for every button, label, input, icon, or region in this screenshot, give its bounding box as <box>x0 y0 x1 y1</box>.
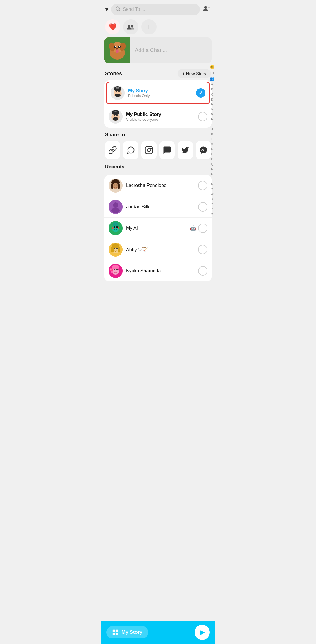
my-public-story-item[interactable]: zzz My Public Story Visible to everyone <box>104 105 212 128</box>
add-chat-row[interactable]: Add a Chat ... <box>104 37 212 63</box>
alpha-hash[interactable]: # <box>210 212 214 217</box>
svg-point-56 <box>118 227 119 229</box>
search-icon <box>115 6 121 13</box>
share-messages-button[interactable] <box>159 141 175 159</box>
alpha-T[interactable]: T <box>210 176 214 181</box>
alpha-D[interactable]: D <box>210 97 214 102</box>
share-twitter-button[interactable] <box>178 141 193 159</box>
new-group-button[interactable]: + <box>141 19 157 34</box>
alpha-K[interactable]: K <box>210 132 214 137</box>
friends-button[interactable] <box>123 19 138 34</box>
alpha-V[interactable]: V <box>210 186 214 191</box>
my-public-story-checkbox[interactable] <box>198 112 207 121</box>
svg-point-42 <box>114 184 115 186</box>
svg-rect-45 <box>118 184 120 189</box>
my-public-story-avatar: zzz <box>109 110 123 124</box>
alpha-S[interactable]: S <box>210 172 214 176</box>
svg-point-2 <box>204 6 207 9</box>
abby-avatar <box>109 243 123 257</box>
alpha-I[interactable]: I <box>210 122 214 127</box>
friends-icon: 👥 <box>210 76 214 82</box>
add-chat-placeholder[interactable]: Add a Chat ... <box>130 47 167 53</box>
alpha-X[interactable]: X <box>210 197 214 202</box>
my-story-checkbox[interactable]: ✓ <box>196 88 205 98</box>
svg-point-6 <box>131 25 134 27</box>
svg-point-47 <box>113 202 118 208</box>
alpha-J[interactable]: J <box>210 127 214 132</box>
heart-button[interactable]: ❤️ <box>105 19 120 34</box>
alpha-N[interactable]: N <box>210 147 214 152</box>
kyoko-checkbox[interactable] <box>198 266 207 276</box>
alpha-G[interactable]: G <box>210 112 214 117</box>
share-icons-row <box>105 141 211 159</box>
alpha-W[interactable]: W <box>210 191 214 196</box>
add-friends-icon[interactable] <box>203 5 211 13</box>
share-to-title: Share to <box>105 132 211 138</box>
svg-rect-62 <box>118 247 120 252</box>
share-instagram-button[interactable] <box>141 141 157 159</box>
search-bar[interactable]: Send To ... <box>111 4 200 15</box>
alphabet-sidebar: 😊 ⏱ 👥 A B C D E F G H I J K L M N O P Q … <box>210 64 214 217</box>
svg-point-26 <box>116 91 117 92</box>
alpha-Q[interactable]: Q <box>210 162 214 167</box>
recent-item-lacresha[interactable]: Lacresha Penelope <box>104 175 212 196</box>
alpha-P[interactable]: P <box>210 157 214 162</box>
abby-checkbox[interactable] <box>198 245 207 254</box>
svg-point-55 <box>112 227 114 229</box>
my-ai-checkbox[interactable] <box>198 224 207 233</box>
clock-icon: ⏱ <box>210 70 214 76</box>
share-messenger-button[interactable] <box>196 141 211 159</box>
svg-point-71 <box>116 269 118 270</box>
alpha-U[interactable]: U <box>210 181 214 186</box>
alpha-R[interactable]: R <box>210 167 214 172</box>
recents-card: Lacresha Penelope Jordan Silk <box>104 175 212 281</box>
recent-item-my-ai[interactable]: My AI 🤖 <box>104 217 212 239</box>
new-story-button[interactable]: + New Story <box>178 69 211 78</box>
alpha-F[interactable]: F <box>210 107 214 112</box>
alpha-A[interactable]: A <box>210 82 214 87</box>
share-link-button[interactable] <box>105 141 120 159</box>
alpha-E[interactable]: E <box>210 102 214 107</box>
plus-icon: + <box>147 23 151 31</box>
alpha-C[interactable]: C <box>210 92 214 97</box>
friends-group-icon <box>127 24 135 30</box>
svg-rect-19 <box>118 56 122 58</box>
svg-point-52 <box>112 222 119 226</box>
svg-point-54 <box>116 226 118 228</box>
lacresha-avatar <box>109 179 123 193</box>
alpha-B[interactable]: B <box>210 87 214 92</box>
svg-rect-18 <box>113 56 117 58</box>
alpha-L[interactable]: L <box>210 137 214 142</box>
jordan-avatar <box>109 200 123 214</box>
alpha-M[interactable]: M <box>210 142 214 147</box>
lacresha-name: Lacresha Penelope <box>126 183 195 188</box>
my-story-item[interactable]: zzz My Story Friends Only ✓ <box>106 82 210 104</box>
alpha-H[interactable]: H <box>210 117 214 122</box>
share-whatsapp-button[interactable] <box>123 141 138 159</box>
svg-line-1 <box>119 10 120 11</box>
recents-section: Recents <box>101 162 215 175</box>
share-to-section: Share to <box>101 132 215 162</box>
svg-point-64 <box>116 248 118 249</box>
jordan-checkbox[interactable] <box>198 202 207 212</box>
alpha-Z[interactable]: Z <box>210 207 214 212</box>
svg-point-34 <box>114 115 115 116</box>
svg-point-38 <box>151 148 152 149</box>
recent-item-abby[interactable]: Abby ♡🏹 <box>104 239 212 260</box>
emoji-icon: 😊 <box>210 64 214 70</box>
heart-icon: ❤️ <box>109 23 117 31</box>
recent-item-jordan[interactable]: Jordan Silk <box>104 196 212 217</box>
lacresha-checkbox[interactable] <box>198 181 207 190</box>
chevron-down-icon[interactable]: ▾ <box>105 6 108 13</box>
svg-point-48 <box>111 207 120 213</box>
svg-point-53 <box>114 226 115 228</box>
kyoko-name: Kyoko Sharonda <box>126 268 195 273</box>
svg-point-73 <box>110 268 112 270</box>
top-bar: ▾ Send To ... <box>101 0 215 18</box>
alpha-O[interactable]: O <box>210 152 214 157</box>
alpha-Y[interactable]: Y <box>210 202 214 207</box>
svg-rect-44 <box>111 184 113 189</box>
recent-item-kyoko[interactable]: Kyoko Sharonda <box>104 260 212 281</box>
stories-section-header: Stories + New Story <box>101 67 215 80</box>
abby-name: Abby ♡🏹 <box>126 247 195 252</box>
